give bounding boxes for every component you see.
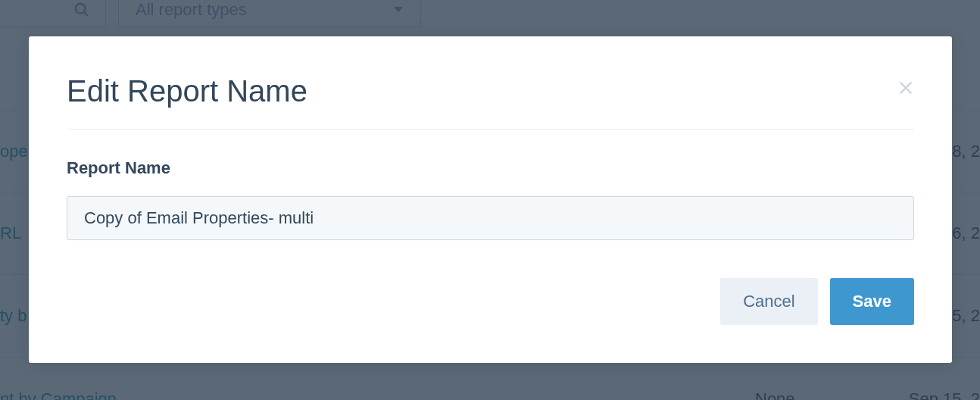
close-icon	[897, 80, 914, 96]
save-button[interactable]: Save	[830, 278, 914, 325]
close-button[interactable]	[897, 74, 914, 100]
modal-footer: Cancel Save	[67, 240, 914, 325]
modal-body: Report Name	[67, 130, 914, 240]
edit-report-name-modal: Edit Report Name Report Name Cancel Save	[29, 36, 952, 363]
cancel-button[interactable]: Cancel	[720, 278, 817, 325]
report-name-label: Report Name	[67, 158, 914, 178]
report-name-input[interactable]	[67, 196, 914, 240]
modal-title: Edit Report Name	[67, 74, 307, 108]
modal-header: Edit Report Name	[67, 74, 914, 130]
